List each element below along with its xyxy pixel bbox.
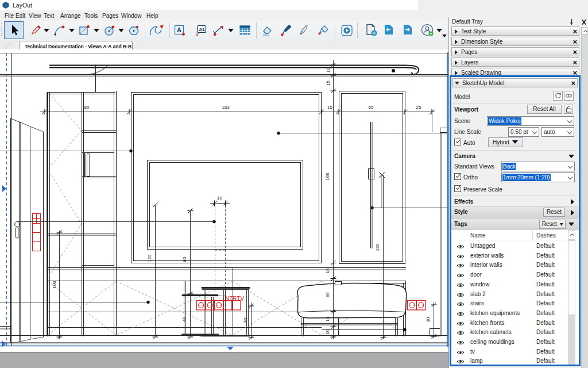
svg-text:A: A (177, 26, 181, 33)
svg-text:100: 100 (52, 281, 57, 289)
svg-text:65: 65 (369, 105, 374, 110)
svg-text:NTRTV: NTRTV (225, 296, 244, 302)
svg-text:10: 10 (325, 329, 330, 334)
svg-text:80: 80 (182, 256, 187, 262)
svg-text:155: 155 (375, 243, 380, 251)
svg-text:30: 30 (425, 317, 431, 322)
svg-text:165: 165 (325, 172, 330, 181)
svg-text:183: 183 (222, 105, 230, 110)
svg-text:10: 10 (326, 67, 331, 72)
svg-text:30: 30 (325, 292, 330, 297)
svg-text:15: 15 (325, 268, 330, 273)
svg-text:125: 125 (147, 254, 152, 262)
svg-text:15: 15 (327, 105, 332, 110)
svg-text:15: 15 (326, 80, 331, 86)
svg-text:14: 14 (325, 316, 330, 321)
svg-text:30: 30 (243, 317, 248, 323)
svg-text:80: 80 (84, 105, 90, 110)
svg-text:10: 10 (217, 195, 222, 201)
svg-text:25: 25 (416, 105, 421, 110)
svg-text:A1: A1 (199, 27, 206, 32)
